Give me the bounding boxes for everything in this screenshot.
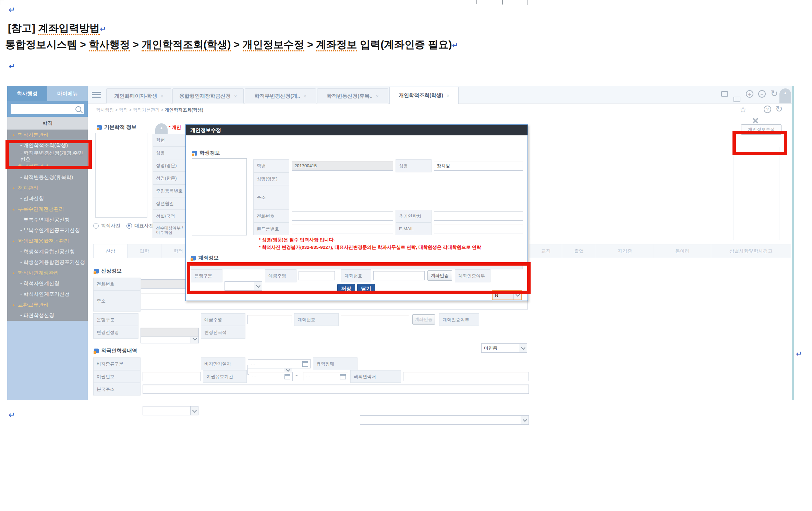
close-icon[interactable]: × (160, 94, 163, 99)
photo-note: * 학적사진 변경불가(032-835-9227), 대표사진변경문의는 학과사… (259, 244, 481, 251)
sidebar-item-combined-degree-apply[interactable]: - 학석사연계신청 (7, 278, 88, 289)
sidebar-item-label: - 학석사연계신청 (20, 280, 59, 287)
radio-main-photo[interactable] (126, 223, 132, 229)
tab-leave-return[interactable]: 학적변동신청(휴복..× (317, 88, 388, 104)
student-id-input[interactable]: 201700415 (292, 161, 393, 171)
extra-contact-input[interactable] (434, 211, 523, 221)
modal-photo-box (192, 158, 247, 235)
tab-personal-page[interactable]: 개인화페이지-학생× (106, 88, 171, 104)
visa-expiry-date-input[interactable]: - - (248, 359, 311, 368)
name-input[interactable]: 장치빛 (434, 161, 523, 171)
sidebar-item-minor-cancel[interactable]: - 부복수연계전공포기신청 (7, 225, 88, 236)
sidebar-item-minor-mgmt[interactable]: ▲부복수연계전공관리 (7, 204, 88, 215)
tab-sinsang[interactable]: 신상 (93, 244, 128, 258)
tab-gyojik[interactable]: 교직 (530, 244, 562, 258)
tab-label: 개인학적조회(학생) (399, 92, 443, 99)
zoom-in-icon[interactable]: + (746, 90, 753, 98)
field-label: 성별/국적 (153, 210, 187, 222)
doc-title: [참고] 계좌입력방법↵ (8, 21, 106, 35)
prev-name-input[interactable] (141, 328, 199, 337)
sidebar-item-exchange-mgmt[interactable]: ▲교환교류관리 (7, 300, 88, 310)
sidebar-item-designed-major-apply[interactable]: - 학생설계융합전공신청 (7, 246, 88, 257)
tab-sangbeol[interactable]: 상벌사항및학사경고 (711, 244, 791, 258)
calendar-icon[interactable] (284, 374, 290, 379)
sidebar-item-label: - 파견학생신청 (20, 312, 54, 319)
sidebar-item-label: - 학생설계융합전공포기신청 (20, 259, 85, 266)
email-input[interactable] (434, 224, 523, 233)
close-icon[interactable]: × (447, 93, 449, 98)
sidebar-item-combined-degree-mgmt[interactable]: ▲학석사연계생관리 (7, 268, 88, 278)
sidebar-item-transfer-mgmt[interactable]: ▲전과관리 (7, 183, 88, 193)
tools-icon[interactable] (751, 117, 760, 125)
panel-collapse-handle[interactable]: ▲ (155, 123, 168, 135)
help-icon[interactable]: ? (764, 106, 771, 113)
sidebar-item-minor-apply[interactable]: - 부복수연계전공신청 (7, 215, 88, 225)
modal-phone-input[interactable] (292, 211, 393, 221)
window-close-icon[interactable] (734, 97, 740, 102)
date-placeholder: - - (306, 374, 310, 379)
close-icon[interactable]: × (234, 94, 237, 99)
close-icon[interactable]: × (304, 94, 306, 99)
tab-ipak[interactable]: 입학 (127, 244, 161, 258)
account-number-input[interactable] (341, 315, 409, 324)
path-seg: 학사행정 (89, 39, 130, 51)
home-address-input[interactable] (143, 385, 529, 394)
calendar-icon[interactable] (302, 361, 308, 367)
sidebar-tab-mymenu[interactable]: 마이메뉴 (47, 86, 88, 101)
tab-jagyeokjeung[interactable]: 자격증 (596, 244, 654, 258)
tab-scholarship[interactable]: 융합형인재장학금신청× (172, 88, 244, 104)
sidebar-footer (7, 321, 88, 400)
sidebar-item-label: - 부복수연계전공신청 (20, 217, 70, 223)
passport-valid-from-input[interactable]: - - (249, 372, 293, 381)
refresh-icon[interactable]: ↻ (771, 88, 778, 99)
sidebar-item-leave-return[interactable]: - 학적변동신청(휴복학) (7, 172, 88, 183)
zoom-out-icon[interactable]: − (758, 90, 766, 98)
search-input[interactable] (11, 104, 84, 114)
tab-personal-record-active[interactable]: 개인학적조회(학생)× (389, 87, 459, 104)
mobile-input[interactable] (292, 224, 393, 233)
section-basic-header: 기본학적 정보 (97, 124, 136, 131)
study-form-select[interactable] (360, 415, 529, 425)
passport-number-input[interactable] (143, 372, 201, 381)
radio-hakjeok-photo[interactable] (93, 223, 99, 229)
reload-icon[interactable]: ↻ (775, 104, 783, 114)
passport-valid-to-input[interactable]: - - (303, 372, 348, 381)
sidebar-item-combined-degree-cancel[interactable]: - 학석사연계포기신청 (7, 289, 88, 300)
modal-titlebar[interactable]: 개인정보수정 (186, 125, 528, 135)
visa-type-select[interactable] (143, 406, 198, 415)
sidebar-tab-haksa[interactable]: 학사행정 (7, 86, 47, 101)
field-label: 추가연락처 (396, 210, 432, 222)
field-label: 성명 (396, 159, 432, 172)
sidebar-item-designed-major-mgmt[interactable]: ▲학생설계융합전공관리 (7, 236, 88, 246)
sidebar-item-label: 전과관리 (18, 185, 38, 191)
sidebar-item-transfer-apply[interactable]: - 전과신청 (7, 193, 88, 204)
sidebar-item-designed-major-cancel[interactable]: - 학생설계융합전공포기신청 (7, 257, 88, 268)
required-note: * 성명(영문)은 필수 입력사항 입니다. (259, 237, 335, 243)
verified-select[interactable]: 미인증 (481, 343, 527, 353)
search-icon[interactable] (75, 106, 81, 112)
breadcrumb-seg: 학적기본관리 (133, 107, 160, 112)
window-icon[interactable] (721, 91, 728, 97)
sidebar-item-dispatch-apply[interactable]: - 파견학생신청 (7, 310, 88, 321)
tab-dongari[interactable]: 동아리 (654, 244, 711, 258)
account-verify-button[interactable]: 계좌인증 (412, 314, 435, 325)
field-label: 은행구분 (93, 313, 138, 326)
sidebar-item-label: 학적기본관리 (18, 132, 49, 138)
overseas-contact-input[interactable] (403, 372, 529, 381)
calendar-icon[interactable] (340, 374, 346, 379)
field-label: 여권번호 (93, 370, 141, 383)
photo-radio-row: 학적사진 대표사진 (93, 223, 160, 229)
favorite-star-icon[interactable]: ☆ (739, 105, 747, 114)
triangle-icon: ▲ (12, 271, 15, 275)
tab-label: 학적변동신청(휴복.. (327, 93, 372, 99)
tab-record-change[interactable]: 학적부변경신청(개..× (245, 88, 316, 104)
tab-joleop[interactable]: 졸업 (562, 244, 596, 258)
breadcrumb: 학사행정 > 학적 > 학적기본관리 > 개인학적조회(학생) (96, 107, 203, 113)
holder-input[interactable] (247, 315, 292, 324)
hamburger-icon[interactable] (92, 90, 101, 99)
section-account-header: 계좌정보 (191, 255, 219, 261)
collapse-handle[interactable]: ▲ (779, 88, 791, 104)
close-icon[interactable]: × (376, 94, 379, 99)
sidebar-item-hakjeok-basic[interactable]: ▲학적기본관리 (7, 130, 88, 140)
page-corner-fragment (0, 0, 5, 5)
